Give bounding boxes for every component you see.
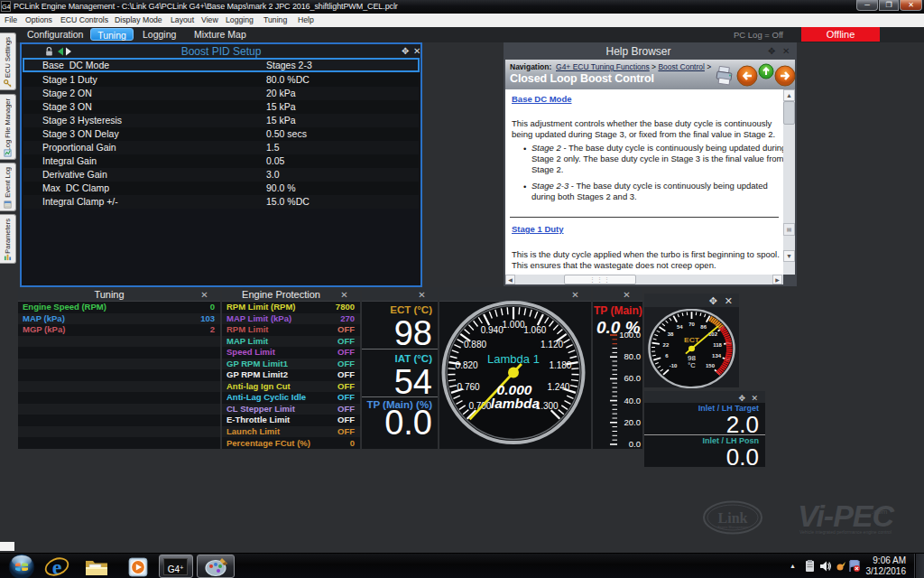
svg-text:Link: Link [718, 510, 748, 526]
svg-text:100.0: 100.0 [619, 332, 641, 340]
svg-text:0.880: 0.880 [464, 340, 486, 350]
svg-text:Lambda 1: Lambda 1 [487, 352, 540, 366]
svg-text:54: 54 [677, 325, 684, 331]
svg-text:lambda: lambda [491, 396, 541, 411]
svg-text:1.000: 1.000 [502, 320, 524, 330]
svg-text:86: 86 [700, 325, 707, 331]
svg-text:0.760: 0.760 [457, 382, 480, 392]
svg-text:70: 70 [688, 322, 695, 328]
svg-text:0.940: 0.940 [481, 325, 504, 335]
svg-text:0.0: 0.0 [629, 439, 641, 449]
svg-text:6: 6 [665, 353, 668, 359]
svg-text:98: 98 [688, 354, 696, 362]
svg-text:1.120: 1.120 [541, 340, 563, 350]
svg-text:150: 150 [706, 363, 715, 368]
svg-text:118: 118 [713, 342, 723, 348]
svg-text:Engine Management: Engine Management [717, 526, 747, 529]
svg-text:1.180: 1.180 [549, 360, 571, 370]
svg-text:1.240: 1.240 [547, 382, 569, 392]
svg-text:-10: -10 [670, 363, 678, 368]
svg-text:°C: °C [688, 361, 695, 369]
svg-text:22: 22 [663, 342, 670, 348]
svg-text:38: 38 [668, 332, 675, 338]
svg-text:80.0: 80.0 [624, 351, 642, 361]
svg-text:1.060: 1.060 [523, 325, 546, 335]
svg-text:20.0: 20.0 [624, 417, 642, 427]
svg-text:60.0: 60.0 [624, 373, 642, 383]
svg-text:134: 134 [712, 353, 722, 359]
svg-text:0.820: 0.820 [456, 360, 478, 370]
svg-text:40.0: 40.0 [624, 396, 642, 406]
svg-text:ECT: ECT [684, 336, 699, 344]
